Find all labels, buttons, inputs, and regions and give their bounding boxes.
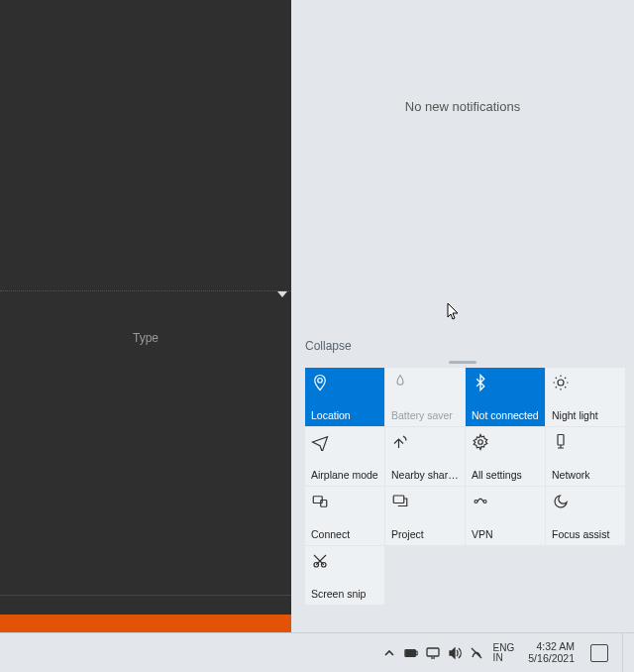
tile-label: Location xyxy=(311,410,380,422)
language-indicator[interactable]: ENG IN xyxy=(491,643,517,663)
screen-snip-icon xyxy=(311,552,329,570)
clock[interactable]: 4:32 AM 5/16/2021 xyxy=(524,641,579,664)
tile-project[interactable]: Project xyxy=(385,487,465,545)
keyboard-layout: IN xyxy=(493,653,503,663)
nearby-sharing-icon xyxy=(391,433,409,451)
tile-label: Screen snip xyxy=(311,589,380,601)
svg-point-2 xyxy=(478,440,483,445)
action-center-panel: No new notifications Collapse Location B… xyxy=(291,0,634,632)
tray-overflow-chevron-icon[interactable] xyxy=(382,646,396,660)
tile-vpn[interactable]: VPN xyxy=(466,487,545,545)
svg-rect-12 xyxy=(415,651,417,655)
connect-icon xyxy=(311,493,329,510)
column-header-type: Type xyxy=(0,331,291,345)
tile-connect[interactable]: Connect xyxy=(305,487,384,545)
clock-date: 5/16/2021 xyxy=(528,653,575,665)
tile-location[interactable]: Location xyxy=(305,368,384,426)
tile-label: Connect xyxy=(311,529,380,541)
svg-point-1 xyxy=(558,380,564,386)
taskbar: ENG IN 4:32 AM 5/16/2021 xyxy=(0,632,634,672)
dropdown-caret-icon[interactable] xyxy=(277,291,287,297)
ime-icon[interactable] xyxy=(470,646,483,660)
svg-rect-14 xyxy=(427,648,439,656)
airplane-icon xyxy=(311,433,329,451)
app-divider-row xyxy=(0,290,291,306)
tile-label: VPN xyxy=(472,529,541,541)
network-tray-icon[interactable] xyxy=(426,646,440,660)
background-app-panel: Type xyxy=(0,0,291,632)
night-light-icon xyxy=(552,374,570,392)
tile-airplane-mode[interactable]: Airplane mode xyxy=(305,427,384,486)
tile-label: Airplane mode xyxy=(311,470,380,482)
bluetooth-icon xyxy=(472,374,489,392)
tile-label: Project xyxy=(391,529,461,541)
location-icon xyxy=(311,374,329,392)
tile-bluetooth[interactable]: Not connected xyxy=(466,368,545,426)
action-center-taskbar-icon[interactable] xyxy=(590,644,608,662)
show-desktop-button[interactable] xyxy=(622,633,628,673)
tile-network[interactable]: Network xyxy=(546,427,625,486)
tile-label: Battery saver xyxy=(391,410,461,422)
collapse-button[interactable]: Collapse xyxy=(291,335,634,361)
volume-icon[interactable] xyxy=(448,646,462,660)
tile-focus-assist[interactable]: Focus assist xyxy=(546,487,625,545)
tile-nearby-sharing[interactable]: Nearby sharing xyxy=(385,427,465,486)
svg-rect-6 xyxy=(393,496,404,504)
battery-saver-icon xyxy=(391,374,409,392)
tile-label: Focus assist xyxy=(552,529,621,541)
svg-point-0 xyxy=(318,379,323,384)
project-icon xyxy=(391,493,409,510)
battery-icon[interactable] xyxy=(404,646,418,660)
clock-time: 4:32 AM xyxy=(536,641,575,653)
tile-screen-snip[interactable]: Screen snip xyxy=(305,546,384,605)
tile-all-settings[interactable]: All settings xyxy=(466,427,545,486)
tile-label: All settings xyxy=(472,470,541,482)
svg-point-8 xyxy=(483,501,486,504)
focus-assist-icon xyxy=(552,493,570,510)
tile-label: Night light xyxy=(552,410,621,422)
tile-label: Nearby sharing xyxy=(391,470,461,482)
quick-actions-grip[interactable] xyxy=(291,361,634,368)
no-notifications-text: No new notifications xyxy=(405,99,520,114)
tile-label: Network xyxy=(552,470,621,482)
system-tray: ENG IN 4:32 AM 5/16/2021 xyxy=(382,633,634,673)
app-status-bar xyxy=(0,615,291,632)
vpn-icon xyxy=(472,493,489,510)
svg-point-7 xyxy=(475,501,477,504)
tile-night-light[interactable]: Night light xyxy=(546,368,625,426)
tile-battery-saver[interactable]: Battery saver xyxy=(385,368,465,426)
settings-icon xyxy=(472,433,489,451)
app-divider xyxy=(0,595,291,596)
notifications-area: No new notifications xyxy=(291,0,634,335)
network-icon xyxy=(552,433,570,451)
svg-rect-13 xyxy=(405,650,414,655)
svg-rect-3 xyxy=(558,435,564,446)
quick-actions-grid: Location Battery saver Not connected xyxy=(291,368,634,613)
tile-label: Not connected xyxy=(472,410,541,422)
language-code: ENG xyxy=(493,643,515,653)
